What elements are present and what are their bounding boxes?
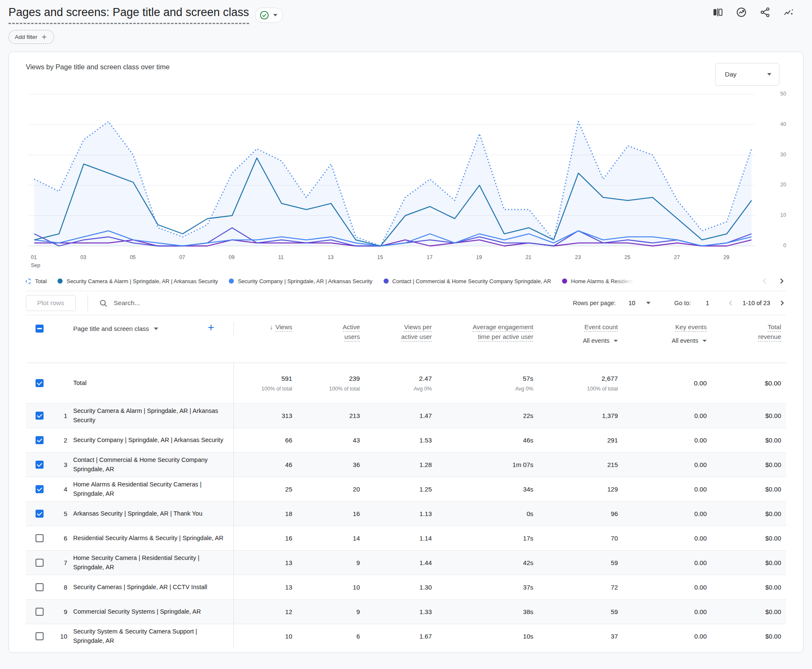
- insights-circle-icon[interactable]: [736, 7, 747, 18]
- views-cell: 13: [234, 575, 297, 599]
- next-page-button[interactable]: [778, 299, 786, 307]
- views-cell: 13: [234, 551, 297, 575]
- column-header-total-revenue[interactable]: Total revenue: [751, 322, 781, 342]
- key-events-cell: 0.00: [623, 624, 712, 648]
- table-row: 8Security Cameras | Springdale, AR | CCT…: [26, 575, 786, 599]
- legend-next-icon[interactable]: [777, 276, 786, 286]
- page-title-cell: Security Cameras | Springdale, AR | CCTV…: [73, 575, 234, 599]
- chart-title: Views by Page title and screen class ove…: [26, 63, 786, 71]
- page-title-cell: Security Company | Springdale, AR | Arka…: [73, 428, 234, 452]
- page-title-cell: Home Security Camera | Residential Secur…: [73, 551, 234, 575]
- row-checkbox[interactable]: [36, 608, 44, 616]
- dashed-circle-icon: [26, 279, 31, 284]
- sparkline-insights-icon[interactable]: [783, 7, 794, 18]
- legend-label: Contact | Commercial & Home Security Com…: [392, 278, 551, 284]
- row-checkbox[interactable]: [36, 583, 44, 591]
- series-dot-icon: [229, 279, 234, 284]
- report-card: Views by Page title and screen class ove…: [8, 52, 804, 653]
- search-icon: [99, 299, 108, 308]
- legend-item-2: Security Company | Springdale, AR | Arka…: [229, 278, 372, 284]
- avg-engagement-time-cell: 17s: [437, 526, 538, 550]
- x-axis-tick: 01Sep: [31, 254, 40, 270]
- comparisons-icon[interactable]: [712, 7, 723, 18]
- y-axis-tick: 50: [765, 91, 786, 97]
- row-checkbox[interactable]: [36, 485, 44, 493]
- share-icon[interactable]: [760, 7, 771, 18]
- total-label: Total: [73, 363, 234, 403]
- total-revenue-cell: $0.00: [712, 575, 786, 599]
- views-cell: 25: [234, 477, 297, 501]
- row-checkbox[interactable]: [36, 436, 44, 444]
- event-count-filter[interactable]: All events: [583, 336, 618, 345]
- dimension-header[interactable]: Page title and screen class: [73, 324, 158, 334]
- table-row: 2Security Company | Springdale, AR | Ark…: [26, 428, 786, 452]
- select-all-checkbox[interactable]: [36, 325, 44, 333]
- page-title-cell: Commercial Security Systems | Springdale…: [73, 600, 234, 624]
- key-events-cell: 0.00: [623, 502, 712, 526]
- legend-prev-icon[interactable]: [760, 276, 769, 286]
- views-cell: 16: [234, 526, 297, 550]
- row-checkbox[interactable]: [36, 534, 44, 542]
- avg-engagement-time-cell: 1m 07s: [437, 453, 538, 477]
- column-header-views[interactable]: Views: [275, 323, 292, 330]
- legend-label: Security Camera & Alarm | Springdale, AR…: [66, 278, 218, 284]
- key-events-filter[interactable]: All events: [672, 336, 707, 345]
- y-axis-tick: 20: [765, 182, 786, 188]
- column-header-active-users[interactable]: Active users: [335, 322, 360, 342]
- key-events-cell: 0.00: [623, 428, 712, 452]
- key-events-cell: 0.00: [623, 600, 712, 624]
- add-filter-button[interactable]: Add filter: [8, 30, 54, 44]
- views-per-active-user-cell: 1.33: [365, 600, 437, 624]
- row-index: 6: [53, 526, 73, 550]
- y-axis-tick: 10: [765, 212, 786, 218]
- search-input[interactable]: [114, 299, 241, 307]
- add-dimension-button[interactable]: [206, 323, 216, 335]
- timeseries-chart: 5040302010001Sep030507091113151719212325…: [26, 83, 786, 272]
- y-axis-tick: 40: [765, 121, 786, 127]
- row-index: 2: [53, 428, 73, 452]
- table-row: 6Residential Security Alarms & Security …: [26, 526, 786, 550]
- plot-rows-button[interactable]: Plot rows: [26, 295, 76, 311]
- row-checkbox[interactable]: [36, 412, 44, 420]
- row-index: 3: [53, 453, 73, 477]
- legend-item-total: Total: [26, 278, 47, 284]
- go-to-page-input[interactable]: [700, 300, 716, 306]
- column-header-event-count[interactable]: Event count: [584, 323, 618, 330]
- table-row: 5Arkansas Security | Springdale, AR | Th…: [26, 501, 786, 526]
- table-row: 7Home Security Camera | Residential Secu…: [26, 550, 786, 575]
- total-row-checkbox[interactable]: [36, 379, 44, 387]
- column-header-views-per-active-user[interactable]: Views per active user: [393, 322, 432, 342]
- avg-engagement-time-cell: 0s: [437, 502, 538, 526]
- chevron-down-icon[interactable]: [646, 302, 650, 304]
- event-count-cell: 59: [538, 551, 623, 575]
- total-revenue-cell: $0.00: [712, 600, 786, 624]
- rows-per-page-value[interactable]: 10: [628, 300, 635, 306]
- y-axis-tick: 0: [765, 243, 786, 248]
- total-revenue-cell: $0.00: [712, 404, 786, 428]
- active-users-cell: 10: [297, 575, 365, 599]
- column-header-key-events[interactable]: Key events: [675, 323, 707, 330]
- active-users-cell: 36: [297, 453, 365, 477]
- row-checkbox[interactable]: [36, 461, 44, 469]
- x-axis-tick: 07: [179, 254, 185, 262]
- granularity-select[interactable]: Day: [715, 63, 779, 86]
- x-axis-tick: 29: [724, 254, 730, 262]
- previous-page-button[interactable]: [727, 299, 735, 307]
- data-quality-badge[interactable]: [255, 8, 283, 23]
- column-header-avg-engagement-time[interactable]: Average engagement time per active user: [469, 322, 533, 342]
- report-table: Page title and screen class ↓Views Activ…: [26, 315, 786, 648]
- row-checkbox[interactable]: [36, 632, 44, 640]
- row-checkbox[interactable]: [36, 510, 44, 518]
- plus-icon: [41, 33, 48, 41]
- x-axis-tick: 15: [377, 254, 383, 262]
- avg-engagement-time-cell: 10s: [437, 624, 538, 648]
- total-revenue-cell: $0.00: [712, 624, 786, 648]
- row-checkbox[interactable]: [36, 559, 44, 567]
- series-dot-icon: [384, 279, 389, 284]
- x-axis-tick: 25: [625, 254, 631, 262]
- row-index: 1: [53, 404, 73, 428]
- table-total-row: Total 591100% of total 239100% of total …: [26, 363, 786, 403]
- page-title-cell: Contact | Commercial & Home Security Com…: [73, 453, 234, 477]
- event-count-cell: 215: [538, 453, 623, 477]
- row-index: 8: [53, 575, 73, 599]
